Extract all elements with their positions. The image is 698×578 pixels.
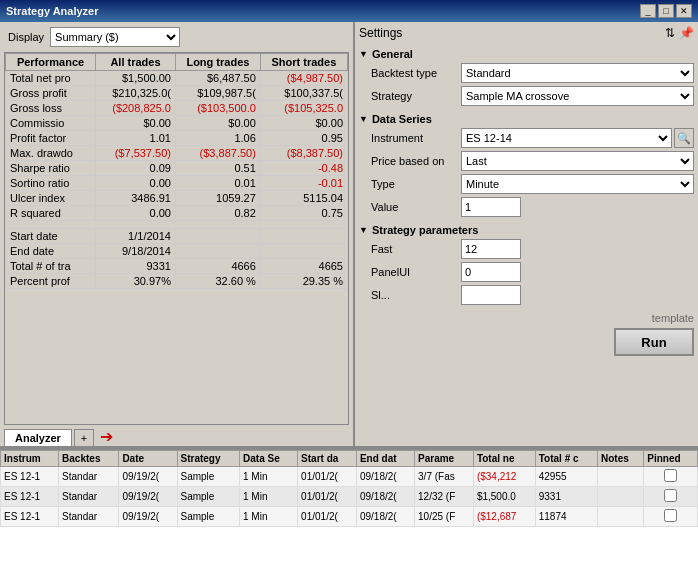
close-button[interactable]: ✕: [676, 4, 692, 18]
table-row: End date9/18/2014: [6, 244, 348, 259]
table-row: Profit factor1.011.060.95: [6, 131, 348, 146]
cell: 3/7 (Fas: [415, 467, 474, 487]
window-controls: _ □ ✕: [640, 4, 692, 18]
cell: Standar: [59, 467, 119, 487]
cell: 01/01/2(: [298, 487, 357, 507]
short-trades-value: ($8,387.50): [260, 146, 347, 161]
pin-icon[interactable]: 📌: [679, 26, 694, 40]
cell: 1 Min: [240, 487, 298, 507]
cell: 09/19/2(: [119, 507, 177, 527]
long-trades-value: ($3,887.50): [175, 146, 260, 161]
run-button[interactable]: Run: [614, 328, 694, 356]
instrument-search-button[interactable]: 🔍: [674, 128, 694, 148]
panelui-input[interactable]: [461, 262, 521, 282]
cell: 09/18/2(: [356, 467, 414, 487]
short-trades-value: 4665: [260, 259, 347, 274]
table-row: R squared0.000.820.75: [6, 206, 348, 221]
minimize-button[interactable]: _: [640, 4, 656, 18]
table-row: Total # of tra933146664665: [6, 259, 348, 274]
total-num-cell: 9331: [535, 487, 597, 507]
fast-label: Fast: [371, 243, 461, 255]
total-num-cell: 11874: [535, 507, 597, 527]
value-input[interactable]: [461, 197, 521, 217]
column-header: Data Se: [240, 451, 298, 467]
row-label: R squared: [6, 206, 96, 221]
bottom-section: InstrumBacktesDateStrategyData SeStart d…: [0, 448, 698, 578]
cell: 12/32 (F: [415, 487, 474, 507]
instrument-select[interactable]: ES 12-14: [461, 128, 672, 148]
top-section: Display Summary ($) Summary (%) Performa…: [0, 22, 698, 448]
backtest-type-select[interactable]: Standard Advanced: [461, 63, 694, 83]
long-trades-value: 4666: [175, 259, 260, 274]
long-trades-value: ($103,500.0: [175, 101, 260, 116]
window-title: Strategy Analyzer: [6, 5, 99, 17]
long-trades-value: 1.06: [175, 131, 260, 146]
template-label: template: [652, 312, 694, 324]
template-row: template: [359, 312, 694, 324]
fast-input[interactable]: [461, 239, 521, 259]
strategy-label: Strategy: [371, 90, 461, 102]
short-trades-value: ($4,987.50): [260, 71, 347, 86]
cell: Standar: [59, 487, 119, 507]
strategy-select[interactable]: Sample MA crossove: [461, 86, 694, 106]
type-select[interactable]: Minute Hour Day: [461, 174, 694, 194]
all-trades-value: 1/1/2014: [96, 229, 176, 244]
display-select[interactable]: Summary ($) Summary (%) Performance: [50, 27, 180, 47]
row-label: End date: [6, 244, 96, 259]
long-trades-value: [175, 244, 260, 259]
pinned-checkbox[interactable]: [664, 469, 677, 482]
short-trades-value: 29.35 %: [260, 274, 347, 289]
value-row: Value: [359, 197, 694, 217]
tab-analyzer[interactable]: Analyzer: [4, 429, 72, 446]
maximize-button[interactable]: □: [658, 4, 674, 18]
price-based-select[interactable]: Last Open Close: [461, 151, 694, 171]
table-row: Percent prof30.97%32.60 %29.35 %: [6, 274, 348, 289]
column-header: Instrum: [1, 451, 59, 467]
type-row: Type Minute Hour Day: [359, 174, 694, 194]
table-row: Gross loss($208,825.0($103,500.0($105,32…: [6, 101, 348, 116]
cell: Sample: [177, 507, 240, 527]
total-net-cell: $1,500.0: [473, 487, 535, 507]
right-panel: Settings ⇅ 📌 ▼ General Backtest type Sta…: [355, 22, 698, 446]
left-panel: Display Summary ($) Summary (%) Performa…: [0, 22, 355, 446]
instrument-label: Instrument: [371, 132, 461, 144]
sort-icon[interactable]: ⇅: [665, 26, 675, 40]
performance-table: Performance All trades Long trades Short…: [5, 53, 348, 289]
cell: 10/25 (F: [415, 507, 474, 527]
row-label: Sharpe ratio: [6, 161, 96, 176]
short-trades-value: $100,337.5(: [260, 86, 347, 101]
tab-add-button[interactable]: +: [74, 429, 94, 446]
short-trades-value: -0.48: [260, 161, 347, 176]
all-trades-value: 0.00: [96, 176, 176, 191]
settings-title: Settings: [359, 26, 402, 40]
column-header: Total # c: [535, 451, 597, 467]
notes-cell: [597, 487, 643, 507]
price-based-row: Price based on Last Open Close: [359, 151, 694, 171]
row-label: Total # of tra: [6, 259, 96, 274]
notes-cell: [597, 467, 643, 487]
cell: 1 Min: [240, 507, 298, 527]
strategy-params-label: Strategy parameters: [372, 224, 478, 236]
total-net-cell: ($34,212: [473, 467, 535, 487]
strategy-params-header: ▼ Strategy parameters: [359, 224, 694, 236]
sl-input[interactable]: [461, 285, 521, 305]
sl-row: Sl...: [359, 285, 694, 305]
row-label: Gross loss: [6, 101, 96, 116]
sl-label: Sl...: [371, 289, 461, 301]
table-row: Gross profit$210,325.0($109,987.5($100,3…: [6, 86, 348, 101]
all-trades-value: 3486.91: [96, 191, 176, 206]
col-long-trades: Long trades: [175, 54, 260, 71]
row-label: Total net pro: [6, 71, 96, 86]
cell: ES 12-1: [1, 467, 59, 487]
title-bar: Strategy Analyzer _ □ ✕: [0, 0, 698, 22]
list-item: ES 12-1Standar09/19/2(Sample1 Min01/01/2…: [1, 507, 698, 527]
cell: Sample: [177, 487, 240, 507]
fast-row: Fast: [359, 239, 694, 259]
pinned-checkbox[interactable]: [664, 509, 677, 522]
row-label: Start date: [6, 229, 96, 244]
column-header: Total ne: [473, 451, 535, 467]
general-section-header: ▼ General: [359, 48, 694, 60]
pinned-checkbox[interactable]: [664, 489, 677, 502]
col-short-trades: Short trades: [260, 54, 347, 71]
long-trades-value: 32.60 %: [175, 274, 260, 289]
